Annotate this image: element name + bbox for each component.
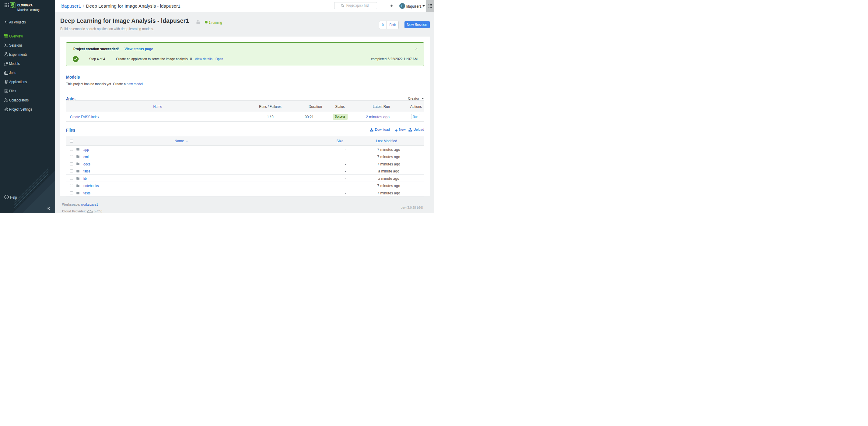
sidebar-item-files[interactable]: Files [0, 87, 55, 96]
file-modified: 7 minutes ago [389, 147, 413, 152]
workspace-line: Workspace: workspace1 [62, 203, 98, 206]
sidebar-help[interactable]: Help [0, 194, 55, 200]
file-checkbox[interactable] [70, 191, 73, 194]
search-icon [341, 4, 344, 7]
file-checkbox[interactable] [70, 163, 73, 166]
creator-filter-dropdown[interactable]: Creator [408, 96, 424, 100]
select-all-checkbox[interactable] [70, 140, 73, 143]
files-actions: DownloadNewUpload [348, 128, 424, 132]
files-icon [4, 89, 8, 93]
file-name-link[interactable]: notebooks [83, 183, 102, 188]
new-file-link[interactable]: New [395, 128, 406, 131]
file-name-link[interactable]: cml [83, 154, 90, 159]
files-col-name[interactable]: Name [179, 139, 190, 143]
new-model-link[interactable]: new model [127, 82, 143, 86]
fork-count-button[interactable]: 0 [379, 21, 387, 29]
job-latest-run-link[interactable]: 2 minutes ago [378, 115, 403, 119]
upload-link[interactable]: Upload [408, 128, 424, 131]
new-label: New [399, 128, 406, 131]
file-row: app - 7 minutes ago [66, 146, 424, 153]
job-status: Success [340, 114, 355, 120]
alert-title: Project creation succeeded! [73, 47, 128, 51]
file-name-link[interactable]: faiss [83, 169, 92, 173]
job-runs: 1 / 0 [270, 115, 278, 119]
sidebar-item-experiments[interactable]: Experiments [0, 50, 55, 59]
file-name-link[interactable]: lib [83, 176, 87, 181]
close-icon[interactable] [415, 48, 417, 50]
lock-icon [196, 20, 200, 24]
cloudera-logo-icon[interactable] [10, 2, 16, 8]
check-circle-icon [73, 56, 79, 62]
apps-grid-icon [429, 4, 432, 8]
alert-step-description: Create an application to serve the image… [116, 57, 208, 61]
jobs-col-status: Status [340, 104, 351, 109]
jobs-col-name[interactable]: Name [158, 104, 168, 109]
running-status: 1 running [209, 20, 225, 25]
breadcrumb-project: Deep Learning for Image Analysis - ldapu… [86, 3, 180, 8]
file-checkbox[interactable] [70, 184, 73, 187]
alert-completed-time: completed 5/22/2022 11:07 AM [363, 57, 417, 61]
sidebar-item-models[interactable]: Models [0, 59, 55, 68]
fork-button[interactable]: Fork [386, 21, 398, 29]
files-col-modified[interactable]: Last Modified [386, 139, 410, 143]
job-duration: 00:21 [309, 115, 319, 119]
cloud-provider-label: Cloud Provider: [62, 209, 86, 213]
overview-icon [4, 34, 8, 38]
breadcrumb-user-link[interactable]: ldapuser1 [61, 3, 81, 8]
file-checkbox[interactable] [70, 148, 73, 151]
file-name-link[interactable]: app [83, 147, 90, 152]
workspace-link[interactable]: workspace1 [81, 203, 98, 206]
file-checkbox[interactable] [70, 169, 73, 172]
sidebar-item-label: Applications [9, 80, 30, 84]
file-modified: 7 minutes ago [389, 183, 413, 188]
sidebar-item-applications[interactable]: Applications [0, 77, 55, 87]
file-size: - [345, 169, 347, 173]
file-size: - [345, 154, 347, 159]
folder-icon [76, 192, 80, 194]
apps-grid-button[interactable] [426, 0, 434, 12]
user-name: ldapuser1 [406, 4, 424, 8]
run-job-button[interactable]: Run [411, 114, 420, 119]
download-icon [370, 128, 373, 132]
sidebar-item-overview[interactable]: Overview [0, 32, 55, 41]
file-checkbox[interactable] [70, 155, 73, 158]
files-col-size[interactable]: Size [340, 139, 347, 143]
models-empty-prefix: This project has no models yet. Create a [66, 82, 127, 86]
file-checkbox[interactable] [70, 177, 73, 180]
page-title: Deep Learning for Image Analysis - ldapu… [60, 17, 189, 24]
creator-caret-icon [422, 98, 424, 100]
sort-asc-icon [186, 140, 188, 142]
settings-gear-icon [4, 107, 8, 111]
file-name-link[interactable]: tests [83, 191, 92, 195]
sidebar-item-project-settings[interactable]: Project Settings [0, 105, 55, 114]
job-name-link[interactable]: Create FAISS index [70, 115, 105, 119]
sidebar-item-sessions[interactable]: Sessions [0, 41, 55, 50]
file-row: lib - a minute ago [66, 175, 424, 182]
jobs-col-actions: Actions [416, 104, 429, 109]
open-link[interactable]: Open [215, 57, 225, 61]
new-session-button[interactable]: New Session [404, 21, 430, 28]
topbar: ldapuser1/Deep Learning for Image Analys… [55, 0, 434, 12]
nav-grid-icon[interactable] [5, 3, 9, 7]
view-status-page-link[interactable]: View status page [124, 47, 158, 51]
download-link[interactable]: Download [370, 128, 390, 131]
sidebar-item-collaborators[interactable]: Collaborators [0, 96, 55, 105]
sidebar-item-jobs[interactable]: Jobs [0, 68, 55, 77]
models-heading: Models [66, 75, 81, 80]
brand-product: Machine Learning [17, 8, 42, 11]
jobs-icon [4, 71, 8, 75]
files-table-body: app - 7 minutes ago cml - 7 min [66, 146, 424, 197]
files-heading: Files [66, 128, 76, 133]
file-name-link[interactable]: docs [83, 162, 92, 166]
overview-card: Project creation succeeded! View status … [60, 36, 430, 196]
view-details-link[interactable]: View details [195, 57, 216, 61]
jobs-col-latest-run: Latest Run [381, 104, 401, 109]
search-input[interactable] [346, 3, 377, 8]
file-row: cml - 7 minutes ago [66, 153, 424, 160]
sidebar-item-label: Overview [9, 34, 26, 38]
collapse-sidebar-icon[interactable] [46, 206, 51, 211]
project-quick-find [334, 2, 377, 9]
add-project-icon[interactable] [391, 5, 393, 7]
sidebar: CLOUDERA Machine Learning All Projects O… [0, 0, 55, 213]
sidebar-all-projects[interactable]: All Projects [0, 19, 55, 26]
